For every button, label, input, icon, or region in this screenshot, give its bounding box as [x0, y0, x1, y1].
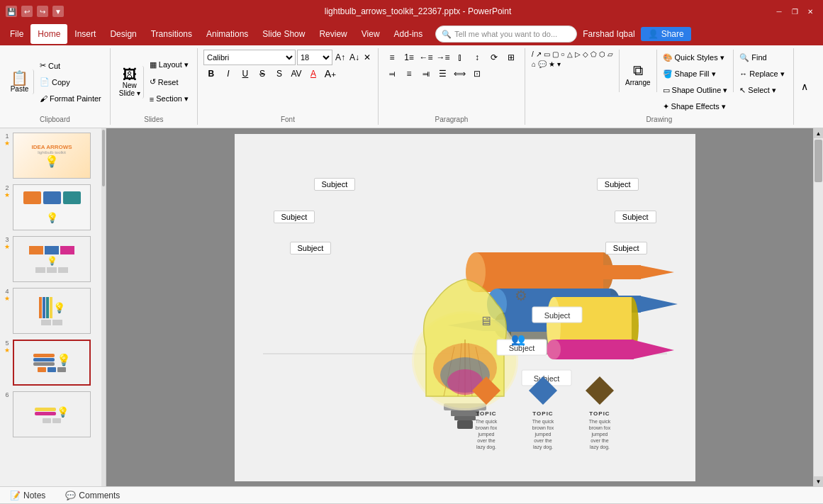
- scroll-down-button[interactable]: ▼: [814, 476, 823, 486]
- font-size-inc-btn[interactable]: A+: [323, 66, 338, 82]
- minimize-button[interactable]: ─: [772, 4, 786, 18]
- tri-shape[interactable]: △: [566, 50, 573, 59]
- menu-design[interactable]: Design: [103, 24, 143, 44]
- select-button[interactable]: ↖ Select ▾: [737, 82, 787, 98]
- align-center-button[interactable]: ≡: [401, 66, 417, 82]
- rtri-shape[interactable]: ▷: [574, 50, 581, 59]
- columns-button[interactable]: ⫿: [452, 50, 468, 65]
- slide-image-5[interactable]: 💡: [13, 340, 91, 386]
- scroll-up-button[interactable]: ▲: [814, 128, 823, 138]
- para-shape[interactable]: ▱: [607, 50, 614, 59]
- slide-thumb-1[interactable]: 1 ★ IDEA ARROWS lightbulb toolkit 💡: [3, 131, 103, 180]
- menu-addins[interactable]: Add-ins: [387, 24, 430, 44]
- redo-icon[interactable]: ↪: [37, 6, 48, 17]
- panel-scrollbar-thumb[interactable]: [102, 130, 105, 186]
- menu-view[interactable]: View: [354, 24, 387, 44]
- slide-canvas[interactable]: Subject Subject Subject Subject Subject …: [235, 134, 695, 481]
- clear-format-btn[interactable]: ✕: [362, 52, 372, 62]
- ribbon-collapse-button[interactable]: ∧: [797, 79, 812, 94]
- bullets-button[interactable]: ≡: [384, 50, 400, 65]
- align-text-button[interactable]: ⟺: [452, 66, 468, 82]
- share-button[interactable]: 👤 Share: [641, 27, 691, 41]
- comments-button[interactable]: 💬 Comments: [61, 489, 124, 502]
- canvas-area[interactable]: Subject Subject Subject Subject Subject …: [106, 128, 823, 486]
- tell-me-box[interactable]: 🔍 Tell me what you want to do...: [435, 26, 577, 43]
- slide-image-1[interactable]: IDEA ARROWS lightbulb toolkit 💡: [13, 133, 91, 179]
- paste-button[interactable]: 📋 Paste: [6, 69, 34, 94]
- slide-thumb-2[interactable]: 2 ★ 💡: [3, 183, 103, 232]
- smart-art-button[interactable]: ⊞: [503, 50, 519, 65]
- scroll-track[interactable]: [814, 138, 823, 476]
- hex-shape[interactable]: ⬡: [598, 50, 606, 59]
- font-size-select[interactable]: 18: [297, 50, 332, 65]
- numbering-button[interactable]: 1≡: [401, 50, 417, 65]
- pent-shape[interactable]: ⬠: [590, 50, 598, 59]
- font-name-select[interactable]: Calibri: [203, 50, 296, 65]
- shape-effects-button[interactable]: ✦ Shape Effects ▾: [660, 99, 731, 114]
- arrow-shape[interactable]: ↗: [535, 50, 542, 59]
- oval-shape[interactable]: ○: [560, 50, 566, 59]
- menu-home[interactable]: Home: [30, 24, 67, 44]
- diamond-shape[interactable]: ◇: [582, 50, 589, 59]
- slide-thumb-4[interactable]: 4 ★ 💡: [3, 286, 103, 335]
- strikethrough-button[interactable]: S: [254, 66, 270, 82]
- find-button[interactable]: 🔍 Find: [737, 50, 787, 65]
- justify-button[interactable]: ☰: [435, 66, 451, 82]
- slide-thumb-6[interactable]: 6 ★ 💡: [3, 390, 103, 439]
- slide-image-2[interactable]: 💡: [13, 184, 91, 230]
- canvas-scrollbar[interactable]: ▲ ▼: [813, 128, 823, 486]
- reset-button[interactable]: ↺ Reset: [147, 74, 191, 90]
- shape-outline-button[interactable]: ▭ Shape Outline ▾: [660, 82, 731, 98]
- customize-icon[interactable]: ▼: [52, 6, 64, 17]
- round-rect-shape[interactable]: ▢: [552, 50, 559, 59]
- layout-button[interactable]: ▦ Layout ▾: [147, 57, 191, 73]
- slide-thumb-5[interactable]: 5 ★ 💡: [3, 338, 103, 387]
- slide-image-6[interactable]: 💡: [13, 391, 91, 437]
- underline-button[interactable]: U: [237, 66, 253, 82]
- menu-transitions[interactable]: Transitions: [144, 24, 199, 44]
- notes-button[interactable]: 📝 Notes: [6, 489, 50, 502]
- increase-font-btn[interactable]: A↑: [334, 52, 347, 62]
- align-left-button[interactable]: ⫤: [384, 66, 400, 82]
- rect-shape[interactable]: ▭: [543, 50, 551, 59]
- decrease-indent-button[interactable]: ←≡: [418, 50, 434, 65]
- trap-shape[interactable]: ⌂: [531, 60, 537, 69]
- convert-smartart-button[interactable]: ⊡: [469, 66, 485, 82]
- font-color-button[interactable]: A: [306, 66, 321, 82]
- italic-button[interactable]: I: [220, 66, 236, 82]
- quick-styles-button[interactable]: 🎨 Quick Styles ▾: [660, 50, 731, 65]
- menu-animations[interactable]: Animations: [199, 24, 255, 44]
- line-spacing-button[interactable]: ↕: [469, 50, 485, 65]
- more-shapes[interactable]: ▾: [556, 60, 561, 69]
- close-button[interactable]: ✕: [803, 4, 817, 18]
- scroll-thumb[interactable]: [814, 140, 822, 182]
- decrease-font-btn[interactable]: A↓: [348, 52, 361, 62]
- char-spacing-button[interactable]: AV: [289, 66, 304, 82]
- replace-button[interactable]: ↔ Replace ▾: [737, 66, 787, 82]
- increase-indent-button[interactable]: →≡: [435, 50, 451, 65]
- format-painter-button[interactable]: 🖌 Format Painter: [37, 91, 104, 106]
- menu-review[interactable]: Review: [312, 24, 354, 44]
- slide-image-3[interactable]: 💡: [13, 236, 91, 282]
- menu-file[interactable]: File: [3, 24, 30, 44]
- cut-button[interactable]: ✂ Cut: [37, 58, 104, 74]
- panel-scrollbar[interactable]: [101, 128, 106, 486]
- save-icon[interactable]: 💾: [6, 6, 17, 17]
- line-shape[interactable]: /: [531, 50, 534, 59]
- menu-insert[interactable]: Insert: [67, 24, 103, 44]
- undo-icon[interactable]: ↩: [21, 6, 33, 17]
- restore-button[interactable]: ❐: [788, 4, 802, 18]
- section-button[interactable]: ≡ Section ▾: [147, 91, 191, 107]
- shadow-button[interactable]: S: [271, 66, 287, 82]
- slide-image-4[interactable]: 💡: [13, 288, 91, 334]
- arrange-button[interactable]: ⧉ Arrange: [622, 61, 654, 88]
- new-slide-button[interactable]: 🖼 New Slide ▾: [116, 66, 144, 99]
- shape-fill-button[interactable]: 🪣 Shape Fill ▾: [660, 66, 731, 82]
- align-right-button[interactable]: ⫥: [418, 66, 434, 82]
- menu-slideshow[interactable]: Slide Show: [255, 24, 312, 44]
- text-direction-button[interactable]: ⟳: [486, 50, 502, 65]
- callout-shape[interactable]: 💬: [537, 60, 547, 69]
- copy-button[interactable]: 📄 Copy: [37, 74, 104, 90]
- bold-button[interactable]: B: [203, 66, 219, 82]
- slide-panel[interactable]: 1 ★ IDEA ARROWS lightbulb toolkit 💡 2 ★: [0, 128, 106, 486]
